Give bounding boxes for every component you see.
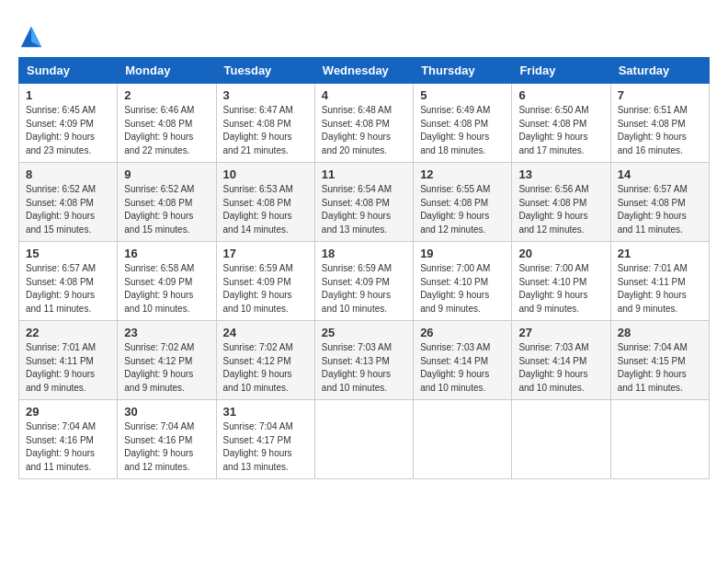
day-number: 27 bbox=[518, 326, 603, 339]
day-number: 30 bbox=[124, 405, 209, 419]
logo-icon bbox=[18, 24, 44, 50]
day-number: 16 bbox=[124, 247, 209, 260]
day-number: 9 bbox=[124, 167, 209, 181]
calendar-cell: 10 Sunrise: 6:53 AM Sunset: 4:08 PM Dayl… bbox=[216, 163, 314, 242]
calendar-cell: 19 Sunrise: 7:00 AM Sunset: 4:10 PM Dayl… bbox=[414, 242, 512, 321]
calendar-cell: 3 Sunrise: 6:47 AM Sunset: 4:08 PM Dayli… bbox=[216, 84, 314, 163]
day-info: Sunrise: 7:01 AM Sunset: 4:11 PM Dayligh… bbox=[26, 341, 110, 395]
day-info: Sunrise: 6:59 AM Sunset: 4:09 PM Dayligh… bbox=[223, 262, 308, 316]
calendar-week-row: 15 Sunrise: 6:57 AM Sunset: 4:08 PM Dayl… bbox=[19, 242, 710, 321]
day-number: 13 bbox=[518, 167, 603, 181]
calendar-cell: 6 Sunrise: 6:50 AM Sunset: 4:08 PM Dayli… bbox=[512, 84, 610, 163]
day-info: Sunrise: 7:01 AM Sunset: 4:11 PM Dayligh… bbox=[618, 262, 702, 316]
weekday-header: Wednesday bbox=[314, 58, 413, 84]
calendar-cell: 26 Sunrise: 7:03 AM Sunset: 4:14 PM Dayl… bbox=[414, 321, 512, 400]
day-number: 19 bbox=[420, 247, 505, 260]
calendar-cell: 18 Sunrise: 6:59 AM Sunset: 4:09 PM Dayl… bbox=[314, 242, 413, 321]
calendar-cell: 13 Sunrise: 6:56 AM Sunset: 4:08 PM Dayl… bbox=[512, 163, 610, 242]
calendar-table: SundayMondayTuesdayWednesdayThursdayFrid… bbox=[18, 57, 710, 479]
day-info: Sunrise: 6:56 AM Sunset: 4:08 PM Dayligh… bbox=[518, 183, 603, 236]
calendar-cell: 31 Sunrise: 7:04 AM Sunset: 4:17 PM Dayl… bbox=[216, 400, 314, 479]
day-number: 6 bbox=[518, 88, 603, 102]
day-number: 11 bbox=[322, 167, 406, 181]
day-number: 18 bbox=[322, 247, 406, 260]
day-number: 14 bbox=[618, 167, 702, 181]
weekday-header: Saturday bbox=[610, 58, 709, 84]
day-info: Sunrise: 6:59 AM Sunset: 4:09 PM Dayligh… bbox=[322, 262, 406, 316]
calendar-cell: 30 Sunrise: 7:04 AM Sunset: 4:16 PM Dayl… bbox=[118, 400, 216, 479]
day-info: Sunrise: 7:03 AM Sunset: 4:13 PM Dayligh… bbox=[322, 341, 406, 395]
calendar-week-row: 1 Sunrise: 6:45 AM Sunset: 4:09 PM Dayli… bbox=[19, 84, 710, 163]
calendar-cell: 22 Sunrise: 7:01 AM Sunset: 4:11 PM Dayl… bbox=[19, 321, 118, 400]
calendar-cell: 4 Sunrise: 6:48 AM Sunset: 4:08 PM Dayli… bbox=[314, 84, 413, 163]
calendar-cell: 28 Sunrise: 7:04 AM Sunset: 4:15 PM Dayl… bbox=[610, 321, 709, 400]
day-info: Sunrise: 7:04 AM Sunset: 4:16 PM Dayligh… bbox=[124, 420, 209, 474]
day-info: Sunrise: 6:50 AM Sunset: 4:08 PM Dayligh… bbox=[518, 104, 603, 157]
day-info: Sunrise: 6:55 AM Sunset: 4:08 PM Dayligh… bbox=[420, 183, 505, 236]
weekday-header: Sunday bbox=[19, 58, 118, 84]
day-number: 26 bbox=[420, 326, 505, 339]
weekday-header: Monday bbox=[118, 58, 216, 84]
day-info: Sunrise: 6:49 AM Sunset: 4:08 PM Dayligh… bbox=[420, 104, 505, 157]
calendar-cell bbox=[314, 400, 413, 479]
day-info: Sunrise: 6:51 AM Sunset: 4:08 PM Dayligh… bbox=[618, 104, 702, 157]
weekday-header: Tuesday bbox=[216, 58, 314, 84]
calendar-cell: 9 Sunrise: 6:52 AM Sunset: 4:08 PM Dayli… bbox=[118, 163, 216, 242]
calendar-cell bbox=[414, 400, 512, 479]
day-info: Sunrise: 6:54 AM Sunset: 4:08 PM Dayligh… bbox=[322, 183, 406, 236]
day-number: 21 bbox=[618, 247, 702, 260]
day-number: 31 bbox=[223, 405, 308, 419]
calendar-cell: 21 Sunrise: 7:01 AM Sunset: 4:11 PM Dayl… bbox=[610, 242, 709, 321]
day-info: Sunrise: 6:57 AM Sunset: 4:08 PM Dayligh… bbox=[618, 183, 702, 236]
day-info: Sunrise: 6:45 AM Sunset: 4:09 PM Dayligh… bbox=[26, 104, 110, 157]
day-info: Sunrise: 7:03 AM Sunset: 4:14 PM Dayligh… bbox=[518, 341, 603, 395]
calendar-cell: 11 Sunrise: 6:54 AM Sunset: 4:08 PM Dayl… bbox=[314, 163, 413, 242]
day-number: 7 bbox=[618, 88, 702, 102]
day-number: 22 bbox=[26, 326, 110, 339]
day-number: 17 bbox=[223, 247, 308, 260]
day-info: Sunrise: 6:52 AM Sunset: 4:08 PM Dayligh… bbox=[26, 183, 110, 236]
day-info: Sunrise: 7:03 AM Sunset: 4:14 PM Dayligh… bbox=[420, 341, 505, 395]
weekday-header: Thursday bbox=[414, 58, 512, 84]
day-info: Sunrise: 6:58 AM Sunset: 4:09 PM Dayligh… bbox=[124, 262, 209, 316]
day-info: Sunrise: 7:00 AM Sunset: 4:10 PM Dayligh… bbox=[518, 262, 603, 316]
calendar-cell: 23 Sunrise: 7:02 AM Sunset: 4:12 PM Dayl… bbox=[118, 321, 216, 400]
day-number: 10 bbox=[223, 167, 308, 181]
day-number: 15 bbox=[26, 247, 110, 260]
day-info: Sunrise: 7:00 AM Sunset: 4:10 PM Dayligh… bbox=[420, 262, 505, 316]
calendar-cell: 8 Sunrise: 6:52 AM Sunset: 4:08 PM Dayli… bbox=[19, 163, 118, 242]
day-info: Sunrise: 7:02 AM Sunset: 4:12 PM Dayligh… bbox=[223, 341, 308, 395]
calendar-header-row: SundayMondayTuesdayWednesdayThursdayFrid… bbox=[19, 58, 710, 84]
calendar-cell: 27 Sunrise: 7:03 AM Sunset: 4:14 PM Dayl… bbox=[512, 321, 610, 400]
day-info: Sunrise: 6:47 AM Sunset: 4:08 PM Dayligh… bbox=[223, 104, 308, 157]
calendar-cell: 15 Sunrise: 6:57 AM Sunset: 4:08 PM Dayl… bbox=[19, 242, 118, 321]
day-number: 8 bbox=[26, 167, 110, 181]
calendar-cell bbox=[512, 400, 610, 479]
day-info: Sunrise: 6:46 AM Sunset: 4:08 PM Dayligh… bbox=[124, 104, 209, 157]
calendar-cell: 7 Sunrise: 6:51 AM Sunset: 4:08 PM Dayli… bbox=[610, 84, 709, 163]
calendar-week-row: 8 Sunrise: 6:52 AM Sunset: 4:08 PM Dayli… bbox=[19, 163, 710, 242]
day-number: 24 bbox=[223, 326, 308, 339]
day-number: 29 bbox=[26, 405, 110, 419]
weekday-header: Friday bbox=[512, 58, 610, 84]
calendar-cell: 25 Sunrise: 7:03 AM Sunset: 4:13 PM Dayl… bbox=[314, 321, 413, 400]
calendar-cell: 17 Sunrise: 6:59 AM Sunset: 4:09 PM Dayl… bbox=[216, 242, 314, 321]
day-info: Sunrise: 6:57 AM Sunset: 4:08 PM Dayligh… bbox=[26, 262, 110, 316]
day-number: 12 bbox=[420, 167, 505, 181]
page-header bbox=[18, 18, 710, 50]
day-info: Sunrise: 6:48 AM Sunset: 4:08 PM Dayligh… bbox=[322, 104, 406, 157]
day-info: Sunrise: 7:04 AM Sunset: 4:15 PM Dayligh… bbox=[618, 341, 702, 395]
day-info: Sunrise: 7:04 AM Sunset: 4:16 PM Dayligh… bbox=[26, 420, 110, 474]
day-number: 2 bbox=[124, 88, 209, 102]
day-info: Sunrise: 6:52 AM Sunset: 4:08 PM Dayligh… bbox=[124, 183, 209, 236]
day-info: Sunrise: 7:04 AM Sunset: 4:17 PM Dayligh… bbox=[223, 420, 308, 474]
day-number: 23 bbox=[124, 326, 209, 339]
day-number: 5 bbox=[420, 88, 505, 102]
calendar-cell: 16 Sunrise: 6:58 AM Sunset: 4:09 PM Dayl… bbox=[118, 242, 216, 321]
day-number: 3 bbox=[223, 88, 308, 102]
calendar-week-row: 22 Sunrise: 7:01 AM Sunset: 4:11 PM Dayl… bbox=[19, 321, 710, 400]
day-number: 1 bbox=[26, 88, 110, 102]
day-info: Sunrise: 6:53 AM Sunset: 4:08 PM Dayligh… bbox=[223, 183, 308, 236]
calendar-cell: 2 Sunrise: 6:46 AM Sunset: 4:08 PM Dayli… bbox=[118, 84, 216, 163]
calendar-cell: 24 Sunrise: 7:02 AM Sunset: 4:12 PM Dayl… bbox=[216, 321, 314, 400]
